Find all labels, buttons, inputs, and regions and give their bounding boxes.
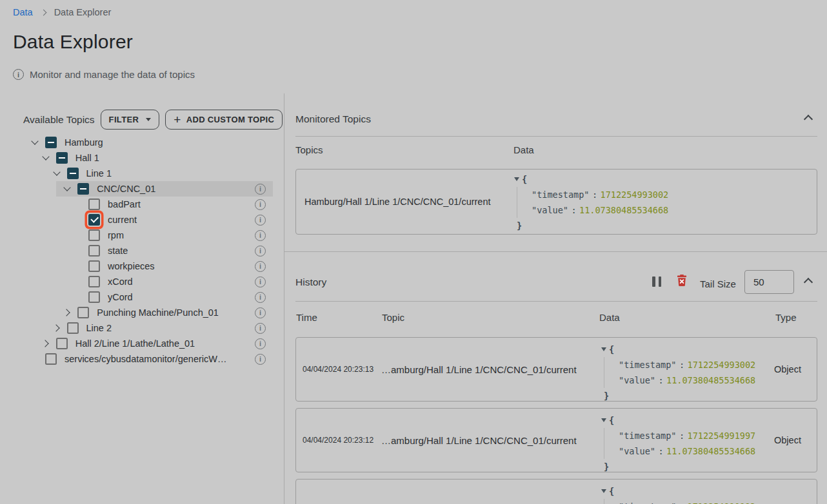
history-time xyxy=(303,480,379,504)
tree-row-xcord[interactable]: xCord xyxy=(0,274,284,289)
checkbox[interactable] xyxy=(88,214,100,226)
available-topics-label: Available Topics xyxy=(23,114,95,126)
checkbox[interactable] xyxy=(88,199,100,210)
checkbox[interactable] xyxy=(67,322,79,334)
tree-row-ycord[interactable]: yCord xyxy=(0,289,284,305)
json-collapse-icon[interactable] xyxy=(601,347,606,351)
pause-button[interactable] xyxy=(652,276,661,287)
divider xyxy=(284,251,827,252)
json-viewer: { "timestamp":1712254993002 "value":11.0… xyxy=(601,342,755,403)
chevron-icon xyxy=(74,276,88,287)
tree-row-current[interactable]: current xyxy=(0,212,284,228)
chevron-icon[interactable] xyxy=(63,184,77,194)
tail-size-input[interactable] xyxy=(744,270,794,294)
info-icon[interactable] xyxy=(255,323,266,334)
monitored-collapse-button[interactable] xyxy=(802,111,815,124)
chevron-icon[interactable] xyxy=(53,168,67,179)
checkbox[interactable] xyxy=(88,260,100,272)
tree-row-rpm[interactable]: rpm xyxy=(0,228,284,243)
chevron-icon xyxy=(74,215,88,225)
breadcrumb-separator-icon xyxy=(40,9,46,15)
json-collapse-icon[interactable] xyxy=(601,489,606,493)
tree-label: Hall 2/Line 1/Lathe/Lathe_01 xyxy=(75,338,195,349)
info-icon[interactable] xyxy=(255,184,266,195)
tree-row-hall-1[interactable]: Hall 1 xyxy=(0,150,284,166)
tree-row-services-cybusdatamonitor-genericw[interactable]: services/cybusdatamonitor/genericW… xyxy=(0,351,284,367)
checkbox[interactable] xyxy=(77,183,89,195)
tail-size-label: Tail Size xyxy=(700,278,736,289)
info-icon[interactable] xyxy=(255,276,266,287)
chevron-up-icon xyxy=(804,278,813,287)
history-row: 04/04/2024 20:23:12 …amburg/Hall 1/Line … xyxy=(295,408,817,472)
filter-button-label: FILTER xyxy=(109,115,139,124)
json-viewer: { "timestamp":1712254993002 "value":11.0… xyxy=(514,171,668,233)
tree-label: CNC/CNC_01 xyxy=(97,184,155,194)
tree-label: Line 1 xyxy=(86,168,112,179)
tree-row-workpieces[interactable]: workpieces xyxy=(0,258,284,274)
info-icon[interactable] xyxy=(255,215,266,226)
chevron-icon[interactable] xyxy=(63,307,77,318)
info-icon[interactable] xyxy=(255,338,266,349)
chevron-icon[interactable] xyxy=(42,338,56,349)
json-value-timestamp: 1712254993002 xyxy=(601,189,669,200)
json-value-timestamp: 1712254990993 xyxy=(688,501,756,504)
history-col-topic: Topic xyxy=(382,312,404,323)
info-icon[interactable] xyxy=(255,246,266,257)
json-key-timestamp: "timestamp" xyxy=(619,360,676,370)
checkbox[interactable] xyxy=(56,338,68,349)
info-icon[interactable] xyxy=(255,307,266,318)
chevron-icon[interactable] xyxy=(31,137,45,148)
checkbox[interactable] xyxy=(67,168,79,179)
divider xyxy=(295,301,817,302)
json-close-brace: } xyxy=(604,459,755,474)
info-icon[interactable] xyxy=(255,354,266,365)
history-col-time: Time xyxy=(296,312,317,323)
json-value-value: 11.07380485534668 xyxy=(666,446,755,456)
filter-button[interactable]: FILTER xyxy=(101,110,160,130)
checkbox[interactable] xyxy=(88,229,100,241)
history-collapse-button[interactable] xyxy=(802,275,815,287)
checkbox[interactable] xyxy=(88,276,100,287)
tree-row-state[interactable]: state xyxy=(0,243,284,258)
tree-row-hamburg[interactable]: Hamburg xyxy=(0,135,284,150)
json-key-value: "value" xyxy=(619,375,655,385)
checkbox[interactable] xyxy=(45,137,57,148)
breadcrumb-link-data[interactable]: Data xyxy=(13,7,33,17)
json-collapse-icon[interactable] xyxy=(601,418,606,422)
json-close-brace: } xyxy=(517,218,668,233)
checkbox[interactable] xyxy=(88,245,100,257)
checkbox[interactable] xyxy=(88,291,100,303)
json-key-value: "value" xyxy=(532,205,568,215)
tree-row-punching-machine-punch-01[interactable]: Punching Machine/Punch_01 xyxy=(0,305,284,320)
add-custom-topic-button[interactable]: + ADD CUSTOM TOPIC xyxy=(165,110,283,130)
checkbox[interactable] xyxy=(56,152,68,164)
tree-row-cnc-cnc-01[interactable]: CNC/CNC_01 xyxy=(0,181,284,197)
breadcrumb: Data Data Explorer xyxy=(13,7,111,17)
json-close-brace: } xyxy=(604,388,755,403)
json-separator: : xyxy=(679,501,684,504)
tree-label: badPart xyxy=(108,199,141,209)
json-separator: : xyxy=(592,189,597,200)
info-icon[interactable] xyxy=(255,199,266,210)
json-value-value: 11.07380485534668 xyxy=(666,375,755,385)
checkbox[interactable] xyxy=(77,307,89,318)
tree-row-line-2[interactable]: Line 2 xyxy=(0,320,284,336)
monitored-topic-card: Hamburg/Hall 1/Line 1/CNC/CNC_01/current… xyxy=(295,169,817,235)
info-icon[interactable] xyxy=(255,292,266,303)
checkbox[interactable] xyxy=(45,353,57,365)
tree-label: Hamburg xyxy=(65,137,103,148)
chevron-icon xyxy=(74,292,88,302)
json-value-value: 11.07380485534668 xyxy=(579,205,668,215)
tree-label: workpieces xyxy=(108,261,155,271)
info-icon[interactable] xyxy=(255,230,266,241)
chevron-icon[interactable] xyxy=(53,323,67,333)
json-collapse-icon[interactable] xyxy=(514,177,519,181)
chevron-icon[interactable] xyxy=(42,153,56,163)
tree-row-line-1[interactable]: Line 1 xyxy=(0,166,284,181)
tree-label: xCord xyxy=(108,276,133,287)
clear-history-button[interactable] xyxy=(676,274,688,289)
info-icon[interactable] xyxy=(255,261,266,272)
history-title: History xyxy=(295,276,326,288)
tree-row-hall-2-line-1-lathe-lathe-01[interactable]: Hall 2/Line 1/Lathe/Lathe_01 xyxy=(0,336,284,351)
tree-row-badpart[interactable]: badPart xyxy=(0,197,284,212)
